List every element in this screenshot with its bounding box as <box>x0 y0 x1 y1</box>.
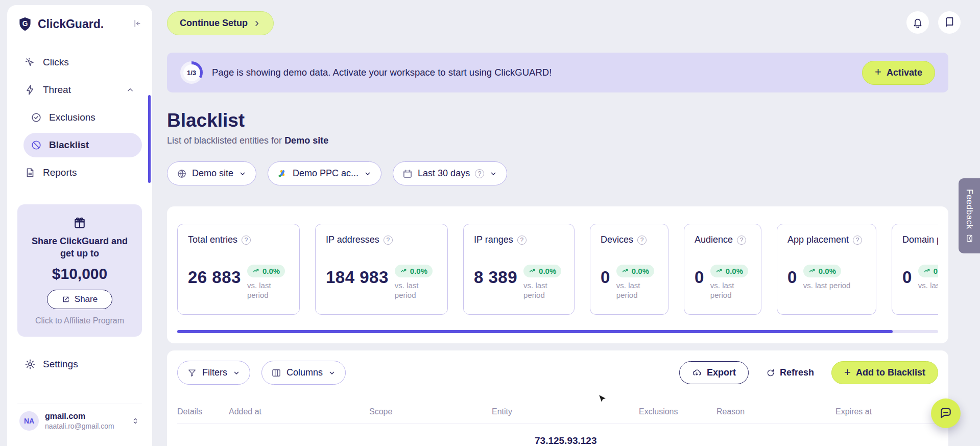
stat-change-value: 0.0% <box>934 267 938 275</box>
stat-value: 0 <box>695 269 704 286</box>
table-header-added-at: Added at <box>229 407 369 416</box>
stat-change-value: 0.0% <box>539 267 556 275</box>
stat-head: Total entries? <box>188 234 289 245</box>
stat-body: 00.0%vs. last period <box>787 265 866 291</box>
plus-icon: + <box>844 367 851 378</box>
stat-change-badge: 0.0% <box>247 265 285 277</box>
feedback-tab[interactable]: Feedback <box>959 178 980 253</box>
chevron-down-icon <box>232 369 241 377</box>
stat-card-ip-ranges: IP ranges?8 3890.0%vs. last period <box>463 224 575 315</box>
sidebar-item-reports[interactable]: Reports <box>17 160 142 185</box>
chat-widget-button[interactable] <box>931 398 961 428</box>
stat-value: 8 389 <box>474 269 517 286</box>
funnel-icon <box>187 368 197 378</box>
user-domain: gmail.com <box>45 412 114 421</box>
table-header-reason: Reason <box>716 407 835 416</box>
help-icon[interactable]: ? <box>853 236 862 245</box>
trend-up-icon <box>529 267 536 275</box>
sidebar-scrollbar-thumb[interactable] <box>148 95 151 183</box>
blacklist-table-panel: Filters Columns Export Refresh + <box>167 350 948 446</box>
table-row[interactable]: 73.125.93.123 <box>177 424 938 446</box>
collapse-sidebar-icon[interactable] <box>132 18 142 30</box>
stat-body: 00.0%vs. last period <box>902 265 938 291</box>
stat-card-audience: Audience?00.0%vs. last period <box>684 224 761 315</box>
help-icon[interactable]: ? <box>384 236 393 245</box>
refresh-label: Refresh <box>780 367 814 378</box>
stat-change-badge: 0.0% <box>523 265 561 277</box>
help-icon[interactable]: ? <box>737 236 746 245</box>
continue-setup-label: Continue Setup <box>180 18 248 29</box>
envelope-icon <box>965 234 974 243</box>
stat-change-badge: 0.0% <box>918 265 938 277</box>
stat-vs-label: vs. last period <box>710 281 751 300</box>
logo-row: G ClickGuard. <box>17 16 142 32</box>
table-header-details: Details <box>177 407 229 416</box>
trend-up-icon <box>808 267 816 275</box>
stat-side: 0.0%vs. last period <box>710 265 751 300</box>
sidebar-item-label: Exclusions <box>49 112 95 123</box>
stats-scrollbar-track[interactable] <box>177 330 938 333</box>
sidebar-nav: ClicksThreatExclusionsBlacklistReports <box>17 50 142 185</box>
stat-card-ip-addresses: IP addresses?184 9830.0%vs. last period <box>315 224 448 315</box>
docs-button[interactable] <box>938 11 961 34</box>
date-range-selector[interactable]: Last 30 days ? <box>393 161 507 185</box>
notifications-button[interactable] <box>906 11 929 34</box>
account-switcher-icon[interactable] <box>131 416 140 426</box>
stat-vs-label: vs. last period <box>247 281 289 300</box>
refresh-button[interactable]: Refresh <box>763 367 817 379</box>
ppc-account-selector[interactable]: Demo PPC ac... <box>268 161 381 185</box>
filters-button[interactable]: Filters <box>177 361 250 385</box>
activate-label: Activate <box>887 67 922 78</box>
top-bar: Continue Setup <box>167 11 948 35</box>
sidebar-item-clicks[interactable]: Clicks <box>17 50 142 75</box>
sidebar-item-label: Blacklist <box>49 139 89 151</box>
stat-head: Audience? <box>695 234 751 245</box>
sidebar-item-label: Clicks <box>43 57 69 68</box>
stat-vs-label: vs. last period <box>918 281 938 291</box>
stats-scrollbar-thumb[interactable] <box>177 330 893 333</box>
ppc-account-selector-label: Demo PPC ac... <box>293 168 358 179</box>
svg-text:G: G <box>22 20 28 28</box>
activate-button[interactable]: + Activate <box>862 61 935 85</box>
affiliate-program-link[interactable]: Click to Affiliate Program <box>35 316 124 325</box>
continue-setup-button[interactable]: Continue Setup <box>167 11 274 35</box>
chevron-down-icon <box>489 170 497 178</box>
sidebar-item-exclusions[interactable]: Exclusions <box>23 105 142 130</box>
chevron-down-icon <box>238 170 247 178</box>
sidebar-item-threat[interactable]: Threat <box>17 78 142 102</box>
user-email: naatali.ro@gmail.com <box>45 422 114 430</box>
sidebar-item-settings[interactable]: Settings <box>17 353 142 375</box>
trend-up-icon <box>622 267 629 275</box>
stat-side: 0.0%vs. last period <box>523 265 564 300</box>
toolbar-right: Export Refresh + Add to Blacklist <box>679 361 938 384</box>
promo-amount: $10,000 <box>52 265 107 283</box>
gear-icon <box>25 359 36 370</box>
stat-change-value: 0.0% <box>632 267 649 275</box>
user-menu[interactable]: NA gmail.com naatali.ro@gmail.com <box>17 404 142 435</box>
add-to-blacklist-label: Add to Blacklist <box>856 367 925 378</box>
add-to-blacklist-button[interactable]: + Add to Blacklist <box>831 361 938 384</box>
share-button[interactable]: Share <box>47 290 112 309</box>
help-icon[interactable]: ? <box>637 236 647 245</box>
help-icon[interactable]: ? <box>242 236 251 245</box>
export-button[interactable]: Export <box>679 361 749 384</box>
bell-icon <box>912 17 923 28</box>
stat-card-total-entries: Total entries?26 8830.0%vs. last period <box>177 224 300 315</box>
site-selector[interactable]: Demo site <box>167 161 256 185</box>
page-title: Blacklist <box>167 110 948 131</box>
stat-label: Total entries <box>188 234 237 245</box>
stat-card-devices: Devices?00.0%vs. last period <box>590 224 668 315</box>
stat-change-value: 0.0% <box>410 267 427 275</box>
stat-label: Audience <box>695 234 733 245</box>
globe-icon <box>177 169 187 179</box>
sidebar-item-blacklist[interactable]: Blacklist <box>23 133 142 157</box>
cloud-download-icon <box>692 368 702 378</box>
stat-change-badge: 0.0% <box>616 265 654 277</box>
help-icon[interactable]: ? <box>517 236 527 245</box>
stat-label: Domain placement <box>902 234 938 245</box>
columns-button[interactable]: Columns <box>261 361 346 385</box>
promo-headline: Share ClickGuard and get up to <box>29 235 131 260</box>
help-icon[interactable]: ? <box>475 169 484 178</box>
stat-head: IP ranges? <box>474 234 564 245</box>
lightning-icon <box>25 84 36 96</box>
